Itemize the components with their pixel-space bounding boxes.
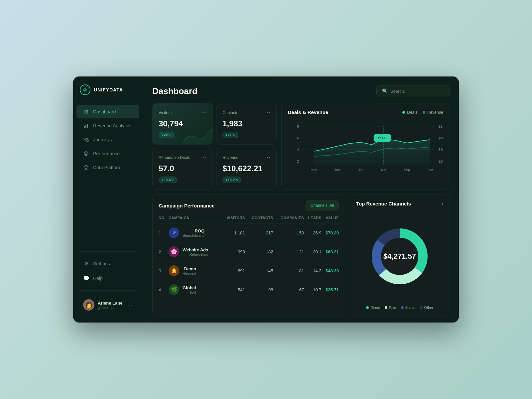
journeys-icon xyxy=(83,137,89,143)
paid-label: Paid xyxy=(389,306,396,310)
performance-icon xyxy=(83,151,89,157)
sidebar-item-label: Help xyxy=(93,276,103,281)
col-leads: LEADS xyxy=(304,216,321,223)
contacts-badge: +21% xyxy=(222,132,238,138)
row-visitors: 1,181 xyxy=(221,223,245,242)
channels-btn-all: All xyxy=(330,203,334,208)
legend-deals-dot xyxy=(402,111,405,114)
row-no: 1 xyxy=(159,223,169,242)
donut-legend: Direct Paid Social Other xyxy=(356,303,443,310)
sidebar-item-help[interactable]: 💬 Help xyxy=(76,272,139,285)
sidebar-item-settings[interactable]: ⚙ Settings xyxy=(76,257,139,270)
svg-text:2: 2 xyxy=(297,160,299,163)
campaign-icon: 🌿 xyxy=(169,284,179,295)
campaign-sub: Request xyxy=(183,271,196,275)
dashboard-icon: ⊞ xyxy=(83,109,89,115)
paid-dot xyxy=(385,306,387,309)
logo-text: UNIFYDATA xyxy=(94,87,123,92)
user-name: Arlene Lane xyxy=(98,301,124,306)
top-revenue-card: Top Revenue Channels › xyxy=(350,194,450,316)
revenue-menu[interactable]: ⋯ xyxy=(265,154,270,161)
search-input[interactable] xyxy=(390,89,444,94)
svg-text:$560: $560 xyxy=(378,136,386,140)
sidebar-item-label: Settings xyxy=(93,261,110,266)
svg-text:May: May xyxy=(311,168,317,172)
table-row: 2 🌸 Website Ads Retargeting 998 182 121 … xyxy=(159,242,339,261)
sidebar-item-revenue-analytics[interactable]: Revenue Analytics xyxy=(76,119,139,132)
search-icon: 🔍 xyxy=(382,88,388,94)
row-visitors: 998 xyxy=(221,242,245,261)
legend-revenue: Revenue xyxy=(423,110,443,115)
col-campaign: CAMPAIGN xyxy=(169,216,221,223)
metrics-grid: Visitors ⋯ 30,794 +22% Contacts ⋯ xyxy=(152,103,277,190)
campaign-table-wrapper: NO. CAMPAIGN VISITORS CONTACTS COMPANIES… xyxy=(159,216,339,299)
svg-text:Aug: Aug xyxy=(381,168,387,172)
visitors-menu[interactable]: ⋯ xyxy=(201,109,206,116)
contacts-value: 1,983 xyxy=(222,119,270,128)
row-campaign-cell: ⭐ Demo Request xyxy=(169,261,221,280)
row-value: $48.39 xyxy=(322,261,339,280)
contacts-menu[interactable]: ⋯ xyxy=(265,109,270,116)
metric-card-contacts: Contacts ⋯ 1,983 +21% xyxy=(216,103,277,145)
svg-text:Sep: Sep xyxy=(404,168,410,172)
other-label: Other xyxy=(424,306,434,310)
nav-divider-bottom xyxy=(80,290,136,291)
channels-filter-button[interactable]: Channels: All xyxy=(306,200,339,210)
chart-legend: Deals Revenue xyxy=(402,110,443,115)
user-info: Arlene Lane globex.com xyxy=(98,301,124,310)
deals-title: Deals & Revenue xyxy=(288,109,328,115)
row-contacts: 98 xyxy=(245,280,273,299)
sidebar-item-journeys[interactable]: Journeys xyxy=(76,133,139,146)
campaign-sub: Search/brand xyxy=(183,233,204,237)
visitors-label: Visitors xyxy=(159,110,172,115)
metric-card-revenue: Revenue ⋯ $10,622.21 +15.2% xyxy=(216,148,277,190)
avatar: 👩 xyxy=(83,299,94,311)
table-row: 4 🌿 Global Tool 541 98 67 10.7 $35.71 xyxy=(159,280,339,299)
svg-text:6: 6 xyxy=(297,136,299,140)
row-value: $63.21 xyxy=(322,242,339,261)
sidebar-item-performance[interactable]: Performance xyxy=(76,147,139,160)
settings-icon: ⚙ xyxy=(83,261,89,267)
user-menu-dots[interactable]: ⋯ xyxy=(127,302,133,308)
row-no: 2 xyxy=(159,242,169,261)
svg-text:$400: $400 xyxy=(439,148,443,152)
campaign-name: ROQ xyxy=(183,228,204,233)
sidebar-item-dashboard[interactable]: ⊞ Dashboard xyxy=(76,105,139,118)
main-header: Dashboard 🔍 xyxy=(143,76,459,103)
row-leads: 14.2 xyxy=(304,261,321,280)
sidebar: ◎ UNIFYDATA ⊞ Dashboard Revenue Analytic… xyxy=(73,76,143,323)
row-leads: 10.7 xyxy=(304,280,321,299)
top-area: Visitors ⋯ 30,794 +22% Contacts ⋯ xyxy=(143,103,459,194)
row-visitors: 891 xyxy=(221,261,245,280)
campaign-sub: Tool xyxy=(183,290,196,294)
row-campaign-cell: 🌿 Global Tool xyxy=(169,280,221,299)
revenue-analytics-icon xyxy=(83,123,89,129)
search-bar[interactable]: 🔍 xyxy=(376,85,450,97)
other-dot xyxy=(420,306,423,309)
campaign-name: Demo xyxy=(183,266,196,271)
col-contacts: CONTACTS xyxy=(245,216,273,223)
row-contacts: 182 xyxy=(245,242,273,261)
user-domain: globex.com xyxy=(98,306,124,310)
row-visitors: 541 xyxy=(221,280,245,299)
svg-text:Jun: Jun xyxy=(334,168,340,172)
attributable-deals-value: 57.0 xyxy=(159,164,206,173)
col-visitors: VISITORS xyxy=(221,216,245,223)
row-companies: 81 xyxy=(273,261,304,280)
revenue-next-arrow[interactable]: › xyxy=(442,200,443,206)
main-content: Dashboard 🔍 Visitors ⋯ 30,794 +22% xyxy=(143,76,459,323)
attributable-deals-label: Attributable Deals xyxy=(159,155,190,160)
line-chart-svg: 8 6 4 2 $1,000 $800 $400 $200 May Jun Ju… xyxy=(288,120,443,176)
sidebar-item-data-platform[interactable]: Data Platform xyxy=(76,161,139,174)
svg-point-6 xyxy=(85,153,87,155)
user-area[interactable]: 👩 Arlene Lane globex.com ⋯ xyxy=(76,295,139,315)
row-companies: 121 xyxy=(273,242,304,261)
page-title: Dashboard xyxy=(152,86,198,96)
svg-text:$200: $200 xyxy=(439,160,443,163)
sidebar-item-label: Revenue Analytics xyxy=(93,123,131,128)
attributable-deals-menu[interactable]: ⋯ xyxy=(201,154,206,161)
svg-rect-3 xyxy=(84,138,86,139)
social-label: Social xyxy=(405,306,415,310)
revenue-value: $10,622.21 xyxy=(222,164,270,173)
row-companies: 67 xyxy=(273,280,304,299)
